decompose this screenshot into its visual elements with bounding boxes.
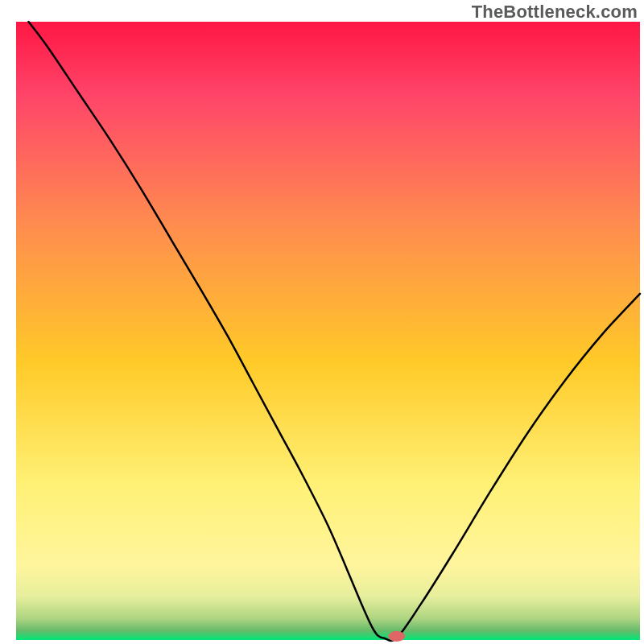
watermark-text: TheBottleneck.com bbox=[472, 2, 638, 23]
plot-background bbox=[16, 22, 640, 640]
optimum-marker bbox=[389, 631, 405, 641]
bottleneck-chart: TheBottleneck.com bbox=[0, 0, 644, 644]
plot-svg bbox=[0, 0, 644, 644]
